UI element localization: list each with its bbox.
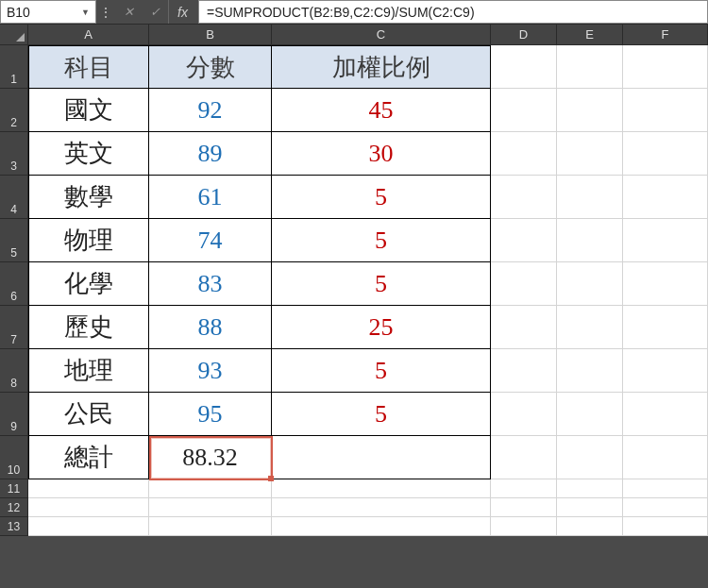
- cell-C10[interactable]: [272, 436, 491, 479]
- cell-B4[interactable]: 61: [149, 176, 272, 219]
- cell-F1[interactable]: [623, 45, 708, 89]
- cell-B8[interactable]: 93: [149, 349, 272, 393]
- row-header-7[interactable]: 7: [0, 306, 28, 349]
- row-header-10[interactable]: 10: [0, 436, 28, 479]
- cell-B11[interactable]: [149, 479, 272, 498]
- cell-C7[interactable]: 25: [272, 306, 491, 349]
- row-header-1[interactable]: 1: [0, 45, 28, 89]
- cell-E12[interactable]: [557, 498, 623, 517]
- confirm-icon[interactable]: ✓: [142, 0, 168, 24]
- cell-A1[interactable]: 科目: [28, 45, 149, 89]
- cell-C12[interactable]: [272, 498, 491, 517]
- cell-E4[interactable]: [557, 176, 623, 219]
- cell-D13[interactable]: [491, 517, 557, 536]
- cell-C1[interactable]: 加權比例: [272, 45, 491, 89]
- col-header-B[interactable]: B: [149, 25, 272, 45]
- row-header-4[interactable]: 4: [0, 176, 28, 219]
- cell-E8[interactable]: [557, 349, 623, 393]
- cell-A11[interactable]: [28, 479, 149, 498]
- cell-A6[interactable]: 化學: [28, 262, 149, 306]
- cell-B2[interactable]: 92: [149, 89, 272, 132]
- cell-B9[interactable]: 95: [149, 393, 272, 436]
- row-header-5[interactable]: 5: [0, 219, 28, 262]
- cell-B3[interactable]: 89: [149, 132, 272, 176]
- cell-D10[interactable]: [491, 436, 557, 479]
- cell-A3[interactable]: 英文: [28, 132, 149, 176]
- fx-icon[interactable]: fx: [168, 0, 196, 24]
- cell-D8[interactable]: [491, 349, 557, 393]
- cell-E6[interactable]: [557, 262, 623, 306]
- col-header-A[interactable]: A: [28, 25, 149, 45]
- select-all-corner[interactable]: [0, 25, 28, 45]
- cell-A5[interactable]: 物理: [28, 219, 149, 262]
- cell-A8[interactable]: 地理: [28, 349, 149, 393]
- cell-F10[interactable]: [623, 436, 708, 479]
- formula-input[interactable]: =SUMPRODUCT(B2:B9,C2:C9)/SUM(C2:C9): [198, 0, 708, 24]
- cell-D7[interactable]: [491, 306, 557, 349]
- cell-E13[interactable]: [557, 517, 623, 536]
- cell-E5[interactable]: [557, 219, 623, 262]
- cell-D2[interactable]: [491, 89, 557, 132]
- cell-A2[interactable]: 國文: [28, 89, 149, 132]
- cell-F4[interactable]: [623, 176, 708, 219]
- row-header-13[interactable]: 13: [0, 517, 28, 536]
- cell-B6[interactable]: 83: [149, 262, 272, 306]
- cell-D1[interactable]: [491, 45, 557, 89]
- cell-B7[interactable]: 88: [149, 306, 272, 349]
- cell-B12[interactable]: [149, 498, 272, 517]
- cell-C8[interactable]: 5: [272, 349, 491, 393]
- cell-E11[interactable]: [557, 479, 623, 498]
- cell-A10[interactable]: 總計: [28, 436, 149, 479]
- cell-D9[interactable]: [491, 393, 557, 436]
- cell-C6[interactable]: 5: [272, 262, 491, 306]
- row-header-9[interactable]: 9: [0, 393, 28, 436]
- cell-C13[interactable]: [272, 517, 491, 536]
- cell-B5[interactable]: 74: [149, 219, 272, 262]
- cell-B1[interactable]: 分數: [149, 45, 272, 89]
- name-box[interactable]: B10 ▼: [0, 0, 96, 24]
- cell-A9[interactable]: 公民: [28, 393, 149, 436]
- cell-F2[interactable]: [623, 89, 708, 132]
- cell-B13[interactable]: [149, 517, 272, 536]
- row-header-11[interactable]: 11: [0, 479, 28, 498]
- cancel-icon[interactable]: ✕: [115, 0, 142, 24]
- cell-F11[interactable]: [623, 479, 708, 498]
- cell-E1[interactable]: [557, 45, 623, 89]
- col-header-F[interactable]: F: [623, 25, 708, 45]
- cell-F13[interactable]: [623, 517, 708, 536]
- cell-C4[interactable]: 5: [272, 176, 491, 219]
- cell-C2[interactable]: 45: [272, 89, 491, 132]
- cell-D6[interactable]: [491, 262, 557, 306]
- cell-C5[interactable]: 5: [272, 219, 491, 262]
- chevron-down-icon[interactable]: ▼: [81, 8, 90, 17]
- cell-E7[interactable]: [557, 306, 623, 349]
- cell-C3[interactable]: 30: [272, 132, 491, 176]
- cell-D12[interactable]: [491, 498, 557, 517]
- cell-A13[interactable]: [28, 517, 149, 536]
- cell-F7[interactable]: [623, 306, 708, 349]
- cell-D3[interactable]: [491, 132, 557, 176]
- col-header-E[interactable]: E: [557, 25, 623, 45]
- row-header-12[interactable]: 12: [0, 498, 28, 517]
- cell-F5[interactable]: [623, 219, 708, 262]
- row-header-3[interactable]: 3: [0, 132, 28, 176]
- cell-E3[interactable]: [557, 132, 623, 176]
- cell-D5[interactable]: [491, 219, 557, 262]
- col-header-C[interactable]: C: [272, 25, 491, 45]
- cell-E9[interactable]: [557, 393, 623, 436]
- cell-A12[interactable]: [28, 498, 149, 517]
- cell-C9[interactable]: 5: [272, 393, 491, 436]
- cell-C11[interactable]: [272, 479, 491, 498]
- col-header-D[interactable]: D: [491, 25, 557, 45]
- cell-A4[interactable]: 數學: [28, 176, 149, 219]
- cell-A7[interactable]: 歷史: [28, 306, 149, 349]
- row-header-8[interactable]: 8: [0, 349, 28, 393]
- cell-F8[interactable]: [623, 349, 708, 393]
- cell-F6[interactable]: [623, 262, 708, 306]
- cell-F3[interactable]: [623, 132, 708, 176]
- cell-D4[interactable]: [491, 176, 557, 219]
- cell-D11[interactable]: [491, 479, 557, 498]
- row-header-2[interactable]: 2: [0, 89, 28, 132]
- cell-F12[interactable]: [623, 498, 708, 517]
- cell-F9[interactable]: [623, 393, 708, 436]
